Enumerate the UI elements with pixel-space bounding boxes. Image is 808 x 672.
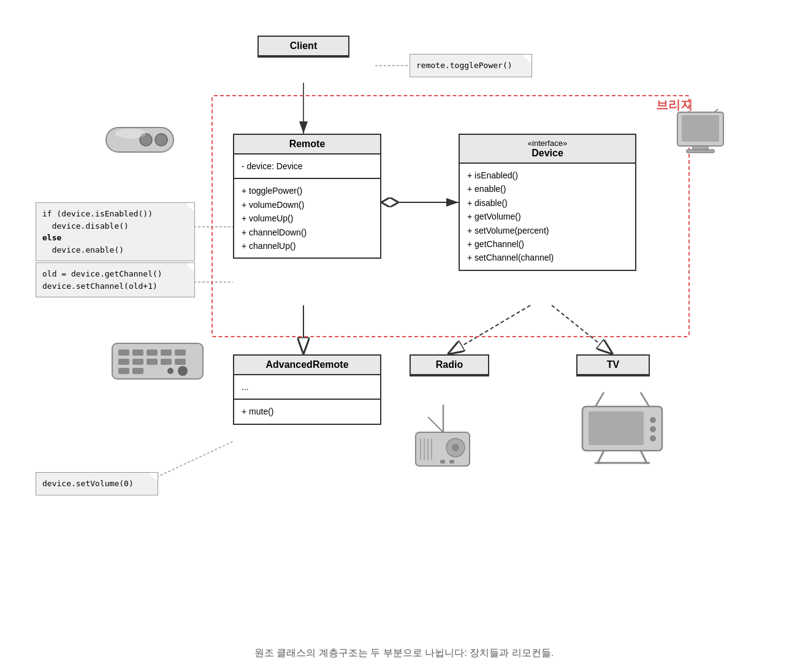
svg-rect-46 (440, 460, 445, 464)
svg-line-48 (595, 392, 604, 408)
remote-box: Remote - device: Device + togglePower() … (233, 134, 381, 259)
svg-rect-24 (132, 359, 143, 365)
device-method-2: + disable() (467, 196, 628, 210)
remote-methods: + togglePower() + volumeDown() + volumeU… (234, 179, 380, 258)
svg-line-7 (448, 305, 530, 354)
device-methods: + isEnabled() + enable() + disable() + g… (460, 164, 635, 270)
advanced-remote-field-0: ... (242, 380, 373, 394)
advanced-remote-title: AdvancedRemote (234, 356, 380, 375)
svg-point-30 (178, 366, 188, 376)
svg-line-56 (641, 451, 647, 463)
svg-point-16 (115, 129, 146, 139)
svg-point-52 (650, 417, 656, 423)
svg-rect-29 (132, 368, 143, 374)
client-title: Client (259, 37, 348, 56)
remote-field-device: - device: Device (242, 159, 373, 173)
svg-rect-35 (693, 146, 708, 150)
svg-line-38 (428, 417, 443, 432)
svg-point-53 (650, 426, 656, 432)
svg-rect-51 (589, 411, 644, 445)
svg-rect-25 (147, 359, 158, 365)
remote-method-2: + volumeUp() (242, 212, 373, 225)
remote-method-1: + volumeDown() (242, 198, 373, 212)
note-toggle-power: remote.togglePower() (410, 54, 532, 77)
svg-rect-20 (147, 349, 158, 356)
svg-rect-36 (687, 150, 714, 153)
radio-title: Radio (411, 356, 488, 375)
radio-box: Radio (410, 354, 489, 376)
device-box: «interface» Device + isEnabled() + enabl… (459, 134, 636, 271)
device-method-1: + enable() (467, 182, 628, 196)
tv-box: TV (576, 354, 650, 376)
client-box: Client (257, 36, 349, 58)
device-title: «interface» Device (460, 135, 635, 164)
device-method-3: + getVolume() (467, 210, 628, 223)
svg-rect-21 (161, 349, 172, 356)
advanced-remote-methods: + mute() (234, 400, 380, 423)
diagram-container: 브리지 Client remote.togglePower() Remote -… (0, 0, 808, 672)
device-method-6: + setChannel(channel) (467, 251, 628, 264)
svg-rect-19 (132, 349, 143, 356)
svg-rect-28 (118, 368, 129, 374)
device-method-0: + isEnabled() (467, 169, 628, 182)
svg-point-15 (155, 134, 167, 146)
remote-fields: - device: Device (234, 155, 380, 179)
svg-line-55 (598, 451, 604, 463)
caption: 원조 클래스의 계층구조는 두 부분으로 나뉩니다: 장치들과 리모컨들. (0, 647, 808, 660)
svg-rect-33 (682, 115, 719, 142)
remote-title: Remote (234, 135, 380, 155)
device-stereotype: «interface» (467, 139, 628, 148)
advanced-remote-fields: ... (234, 375, 380, 400)
svg-point-45 (452, 444, 459, 451)
svg-point-54 (650, 435, 656, 441)
svg-rect-47 (449, 460, 454, 464)
radio-icon (410, 399, 477, 472)
remote-method-4: + channelUp() (242, 239, 373, 253)
advanced-remote-box: AdvancedRemote ... + mute() (233, 354, 381, 425)
svg-point-31 (167, 368, 173, 374)
note-if: if (device.isEnabled()) device.disable()… (36, 202, 195, 261)
svg-rect-26 (161, 359, 172, 365)
svg-rect-18 (118, 349, 129, 356)
advanced-remote-method-0: + mute() (242, 405, 373, 418)
remote-icon (103, 121, 183, 158)
tv-title: TV (577, 356, 649, 375)
remote-method-3: + channelDown() (242, 226, 373, 239)
tv-big-icon (576, 389, 668, 469)
svg-line-49 (641, 392, 650, 408)
remote-method-0: + togglePower() (242, 184, 373, 197)
advanced-remote-icon (109, 340, 207, 386)
device-method-4: + setVolume(percent) (467, 224, 628, 237)
svg-rect-27 (175, 359, 186, 365)
tv-small-icon (674, 109, 730, 161)
note-mute: device.setVolume(0) (36, 472, 158, 495)
note-channel: old = device.getChannel() device.setChan… (36, 262, 195, 297)
device-method-5: + getChannel() (467, 237, 628, 251)
svg-rect-23 (118, 359, 129, 365)
svg-rect-22 (175, 349, 186, 356)
svg-line-8 (552, 305, 613, 354)
